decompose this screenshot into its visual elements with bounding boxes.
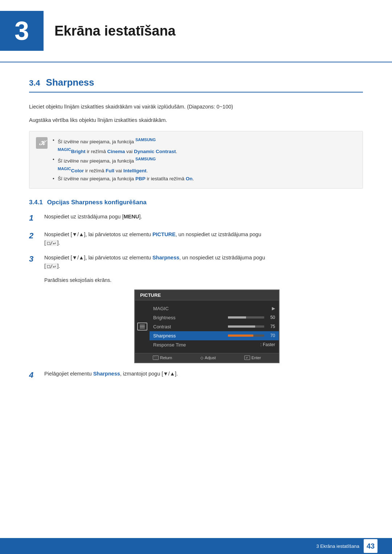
note-item-3: Šī izvēlne nav pieejama, ja funkcija PBP… xyxy=(53,175,194,183)
monitor-menu: PICTURE MAGIC ▶ xyxy=(134,290,279,363)
menu-item-label-contrast: Contrast xyxy=(153,324,228,329)
step-4: 4 Pielāgojiet elementu Sharpness, izmant… xyxy=(29,370,363,381)
menu-bottom-adjust: ◇ Adjust xyxy=(200,356,216,360)
monitor-menu-wrapper: PICTURE MAGIC ▶ xyxy=(51,290,363,363)
step2-key: □/↵ xyxy=(46,240,57,246)
note-item-2: Šī izvēlne nav pieejama, ja funkcija SAM… xyxy=(53,156,194,175)
chapter-header: 3 Ekrāna iestatīšana xyxy=(0,0,392,62)
menu-item-response-time: Response Time : Faster xyxy=(150,340,279,349)
body-text-2: Augstāka vērtība liks objektu līnijām iz… xyxy=(29,116,363,124)
step3-highlight: Sharpness xyxy=(152,255,179,260)
step-number-2: 2 xyxy=(29,230,41,242)
step-2: 2 Nospiediet [▼/▲], lai pārvietotos uz e… xyxy=(29,230,363,247)
steps-list-continued: 4 Pielāgojiet elementu Sharpness, izmant… xyxy=(29,370,363,381)
main-content: 3.4 Sharpness Lieciet objektu līnijām iz… xyxy=(0,62,392,416)
menu-title-bar: PICTURE xyxy=(135,290,279,300)
step-3: 3 Nospiediet [▼/▲], lai pārvietotos uz e… xyxy=(29,254,363,270)
step-number-4: 4 xyxy=(29,370,41,381)
step-text-3: Nospiediet [▼/▲], lai pārvietotos uz ele… xyxy=(44,254,265,270)
note-item-1: Šī izvēlne nav pieejama, ja funkcija SAM… xyxy=(53,136,194,156)
note-list: Šī izvēlne nav pieejama, ja funkcija SAM… xyxy=(53,136,194,183)
menu-items: MAGIC ▶ Brightness 50 Contrast xyxy=(150,304,279,349)
menu-icon-box xyxy=(137,323,147,331)
menu-item-text-response-time: : Faster xyxy=(260,342,275,347)
step4-highlight: Sharpness xyxy=(93,371,120,377)
note-box: 𝒦 Šī izvēlne nav pieejama, ja funkcija S… xyxy=(29,131,363,189)
step-number-3: 3 xyxy=(29,254,41,265)
menu-item-bar-brightness xyxy=(228,316,264,319)
menu-bottom-enter-label: Enter xyxy=(252,356,261,360)
menu-item-val-sharpness: 70 xyxy=(266,333,275,338)
menu-item-sharpness: Sharpness 70 xyxy=(150,331,279,340)
menu-item-label-sharpness: Sharpness xyxy=(153,333,228,338)
subsection-heading: 3.4.1 Opcijas Sharpness konfigurēšana xyxy=(29,199,363,206)
step3-subnote: Parādīsies sekojošais ekrāns. xyxy=(44,277,363,283)
menu-item-bar-fill-brightness xyxy=(228,316,246,319)
chapter-title: Ekrāna iestatīšana xyxy=(54,23,176,39)
menu-icon-line-1 xyxy=(140,325,145,325)
menu-item-label-brightness: Brightness xyxy=(153,315,228,320)
steps-list: 1 Nospiediet uz izstrādājuma pogu [MENU]… xyxy=(29,213,363,271)
menu-item-label-magic: MAGIC xyxy=(153,306,272,311)
step-text-1: Nospiediet uz izstrādājuma pogu [MENU]. xyxy=(44,213,142,221)
menu-icon-lines xyxy=(140,325,145,328)
menu-item-arrow-magic: ▶ xyxy=(272,306,275,311)
menu-body: MAGIC ▶ Brightness 50 Contrast xyxy=(135,300,279,353)
menu-item-label-response-time: Response Time xyxy=(153,342,260,348)
step3-key: □/↵ xyxy=(46,263,57,269)
menu-item-val-brightness: 50 xyxy=(266,315,275,320)
page-footer: 3 Ekrāna iestatīšana 43 xyxy=(0,538,392,554)
menu-item-contrast: Contrast 75 xyxy=(150,322,279,331)
step-1: 1 Nospiediet uz izstrādājuma pogu [MENU]… xyxy=(29,213,363,224)
menu-bottom-return-label: Return xyxy=(160,356,172,360)
section-heading: 3.4 Sharpness xyxy=(29,77,363,93)
footer-text: 3 Ekrāna iestatīšana xyxy=(316,543,359,549)
menu-bottom-bar: ⬛ Return ◇ Adjust ↵ Enter xyxy=(135,353,279,362)
adjust-icon: ◇ xyxy=(200,356,203,360)
subsection-title: Opcijas Sharpness konfigurēšana xyxy=(47,199,147,206)
section-number: 3.4 xyxy=(29,78,40,88)
chapter-number: 3 xyxy=(0,11,44,51)
step2-highlight: PICTURE xyxy=(152,231,176,237)
note-icon: 𝒦 xyxy=(36,137,48,149)
menu-item-bar-sharpness xyxy=(228,335,264,337)
subsection-number: 3.4.1 xyxy=(29,199,43,206)
return-icon: ⬛ xyxy=(153,356,159,360)
step-text-2: Nospiediet [▼/▲], lai pārvietotos uz ele… xyxy=(44,230,261,247)
enter-icon: ↵ xyxy=(244,356,250,360)
menu-bottom-return: ⬛ Return xyxy=(153,356,172,360)
menu-icon-line-2 xyxy=(140,326,145,327)
menu-icon-line-3 xyxy=(140,328,145,328)
step-text-4: Pielāgojiet elementu Sharpness, izmantoj… xyxy=(44,370,178,378)
footer-page-number: 43 xyxy=(364,539,377,553)
menu-key-1: MENU xyxy=(123,214,139,219)
menu-item-bar-fill-contrast xyxy=(228,325,255,328)
menu-item-magic: MAGIC ▶ xyxy=(150,304,279,313)
menu-bottom-enter: ↵ Enter xyxy=(244,356,261,360)
menu-item-bar-fill-sharpness xyxy=(228,335,253,337)
menu-item-bar-contrast xyxy=(228,325,264,328)
section-title: Sharpness xyxy=(46,77,94,88)
step-number-1: 1 xyxy=(29,213,41,224)
menu-bottom-adjust-label: Adjust xyxy=(205,356,216,360)
body-text-1: Lieciet objektu līnijām izskatīties skai… xyxy=(29,103,363,111)
menu-item-val-contrast: 75 xyxy=(266,324,275,329)
menu-item-brightness: Brightness 50 xyxy=(150,313,279,322)
menu-left-icon xyxy=(135,304,150,349)
